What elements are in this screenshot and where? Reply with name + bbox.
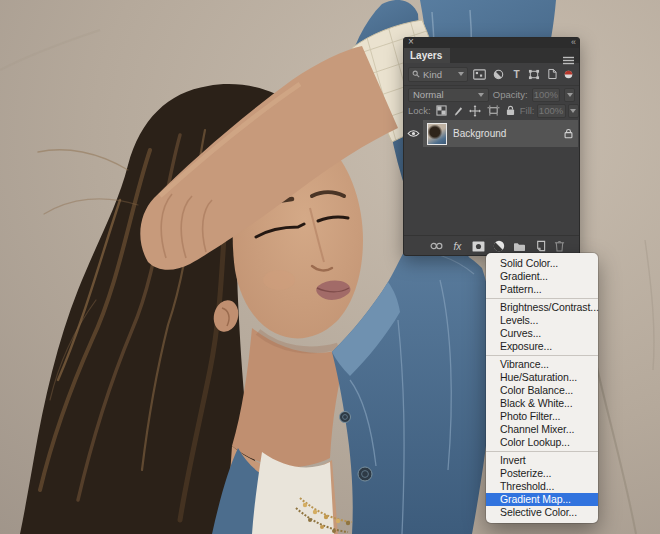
pixel-layers-filter-icon[interactable] xyxy=(473,69,486,80)
blend-mode-select[interactable]: Normal xyxy=(408,88,489,102)
adjustment-layer-menu: Solid Color...Gradient...Pattern...Brigh… xyxy=(486,253,598,523)
lock-label: Lock: xyxy=(408,105,431,116)
layer-style-fx-icon[interactable]: fx xyxy=(451,241,464,252)
filter-row: Kind T xyxy=(404,63,579,86)
layer-list: Background xyxy=(404,118,579,235)
menu-item-channel-mixer[interactable]: Channel Mixer... xyxy=(486,423,598,436)
menu-item-curves[interactable]: Curves... xyxy=(486,327,598,340)
lock-all-icon[interactable] xyxy=(506,105,515,116)
menu-item-posterize[interactable]: Posterize... xyxy=(486,467,598,480)
filtering-toggle-icon[interactable] xyxy=(564,70,573,79)
opacity-label: Opacity: xyxy=(493,89,528,100)
delete-layer-icon[interactable] xyxy=(554,240,565,252)
tab-layers-label: Layers xyxy=(410,50,442,61)
visibility-eye-icon[interactable] xyxy=(404,129,423,138)
layer-lock-icon xyxy=(564,125,573,143)
menu-item-huesaturation[interactable]: Hue/Saturation... xyxy=(486,371,598,384)
chevron-down-icon xyxy=(567,93,573,97)
blend-opacity-row: Normal Opacity: 100% xyxy=(404,86,579,103)
layer-name: Background xyxy=(453,128,506,139)
layer-thumbnail[interactable] xyxy=(427,123,447,145)
panel-titlebar[interactable]: × ‹‹ xyxy=(404,38,579,48)
menu-item-solid-color[interactable]: Solid Color... xyxy=(486,257,598,270)
opacity-dropdown-button[interactable] xyxy=(564,88,575,102)
fill-value-field[interactable]: 100% xyxy=(537,104,566,118)
filter-kind-select[interactable]: Kind xyxy=(408,67,468,82)
layers-panel: × ‹‹ Layers Kind T xyxy=(403,37,580,256)
collapse-to-icons-icon[interactable]: ‹‹ xyxy=(571,36,575,48)
menu-separator xyxy=(486,451,598,452)
new-adjustment-layer-icon[interactable] xyxy=(493,240,505,252)
selected-layer-highlight[interactable]: Background xyxy=(423,120,578,147)
lock-paint-icon[interactable] xyxy=(453,105,463,116)
menu-item-gradient-map[interactable]: Gradient Map... xyxy=(486,493,598,506)
opacity-value-field[interactable]: 100% xyxy=(532,88,561,102)
new-layer-icon[interactable] xyxy=(534,240,546,252)
smart-object-filter-icon[interactable] xyxy=(547,68,557,80)
fill-label: Fill: xyxy=(520,105,535,116)
opacity-value: 100% xyxy=(534,89,558,100)
fill-dropdown-button[interactable] xyxy=(568,104,579,118)
close-icon[interactable]: × xyxy=(408,36,414,48)
shape-layers-filter-icon[interactable] xyxy=(528,69,540,80)
svg-text:T: T xyxy=(513,69,520,80)
add-layer-mask-icon[interactable] xyxy=(472,241,485,252)
layer-row-background[interactable]: Background xyxy=(404,120,579,147)
menu-separator xyxy=(486,355,598,356)
adjustment-layers-filter-icon[interactable] xyxy=(493,69,504,80)
hamburger-icon[interactable] xyxy=(562,51,575,69)
blend-mode-value: Normal xyxy=(413,89,475,100)
menu-item-color-balance[interactable]: Color Balance... xyxy=(486,384,598,397)
lock-row: Lock: Fill: 100% xyxy=(404,103,579,118)
chevron-down-icon xyxy=(458,72,464,76)
photoshop-workspace: × ‹‹ Layers Kind T xyxy=(0,0,660,534)
link-layers-icon[interactable] xyxy=(430,241,443,251)
menu-item-levels[interactable]: Levels... xyxy=(486,314,598,327)
menu-item-gradient[interactable]: Gradient... xyxy=(486,270,598,283)
menu-item-color-lookup[interactable]: Color Lookup... xyxy=(486,436,598,449)
tab-layers[interactable]: Layers xyxy=(404,48,450,63)
lock-position-icon[interactable] xyxy=(469,105,481,117)
svg-text:fx: fx xyxy=(454,241,463,252)
search-icon xyxy=(412,70,420,78)
menu-item-black-white[interactable]: Black & White... xyxy=(486,397,598,410)
fill-value: 100% xyxy=(539,105,563,116)
menu-item-photo-filter[interactable]: Photo Filter... xyxy=(486,410,598,423)
menu-item-exposure[interactable]: Exposure... xyxy=(486,340,598,353)
chevron-down-icon xyxy=(570,109,576,113)
new-group-icon[interactable] xyxy=(513,241,526,252)
type-layers-filter-icon[interactable]: T xyxy=(511,69,522,80)
chevron-down-icon xyxy=(478,93,484,97)
menu-item-selective-color[interactable]: Selective Color... xyxy=(486,506,598,519)
lock-artboard-icon[interactable] xyxy=(487,105,500,116)
filter-kind-label: Kind xyxy=(423,69,455,80)
menu-item-pattern[interactable]: Pattern... xyxy=(486,283,598,296)
menu-item-threshold[interactable]: Threshold... xyxy=(486,480,598,493)
menu-item-vibrance[interactable]: Vibrance... xyxy=(486,358,598,371)
menu-item-brightnesscontrast[interactable]: Brightness/Contrast... xyxy=(486,301,598,314)
panel-tabbar: Layers xyxy=(404,48,579,63)
menu-separator xyxy=(486,298,598,299)
cheek xyxy=(263,270,295,290)
menu-item-invert[interactable]: Invert xyxy=(486,454,598,467)
lock-transparency-icon[interactable] xyxy=(436,105,447,116)
